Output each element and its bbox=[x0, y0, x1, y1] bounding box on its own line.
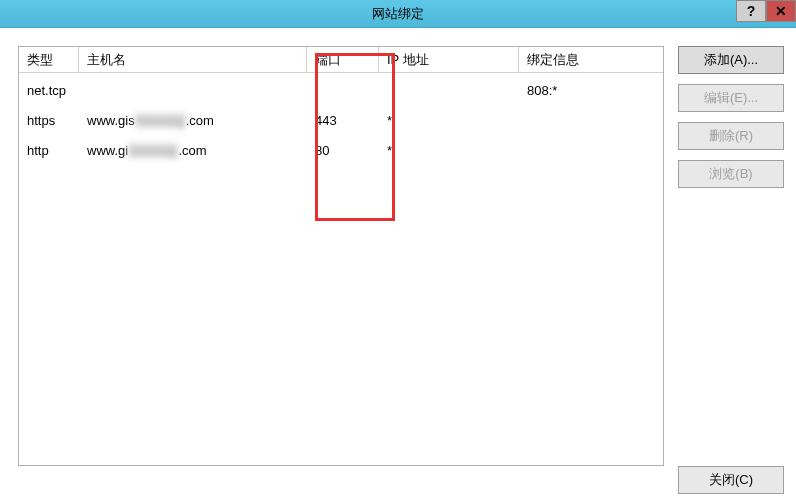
cell-host: www.gishxxxxxg.com bbox=[79, 109, 307, 132]
col-header-host[interactable]: 主机名 bbox=[79, 47, 307, 72]
bindings-table[interactable]: 类型 主机名 端口 IP 地址 绑定信息 net.tcp 808:* https… bbox=[18, 46, 664, 466]
cell-port bbox=[307, 86, 379, 94]
cell-bind bbox=[519, 146, 663, 154]
cell-ip: * bbox=[379, 109, 519, 132]
delete-button: 删除(R) bbox=[678, 122, 784, 150]
table-body: net.tcp 808:* https www.gishxxxxxg.com 4… bbox=[19, 73, 663, 165]
cell-bind bbox=[519, 116, 663, 124]
cell-ip bbox=[379, 86, 519, 94]
titlebar-buttons: ? ✕ bbox=[736, 0, 796, 27]
col-header-bind[interactable]: 绑定信息 bbox=[519, 47, 663, 72]
host-redacted: sxxxxxg bbox=[128, 143, 178, 158]
dialog-title: 网站绑定 bbox=[372, 5, 424, 23]
cell-bind: 808:* bbox=[519, 79, 663, 102]
host-prefix: www.gi bbox=[87, 143, 128, 158]
help-button[interactable]: ? bbox=[736, 0, 766, 22]
table-row[interactable]: http www.gisxxxxxg.com 80 * bbox=[19, 135, 663, 165]
cell-host: www.gisxxxxxg.com bbox=[79, 139, 307, 162]
table-header: 类型 主机名 端口 IP 地址 绑定信息 bbox=[19, 47, 663, 73]
close-window-button[interactable]: ✕ bbox=[766, 0, 796, 22]
host-prefix: www.gis bbox=[87, 113, 135, 128]
host-suffix: .com bbox=[178, 143, 206, 158]
button-panel: 添加(A)... 编辑(E)... 删除(R) 浏览(B) bbox=[678, 46, 784, 492]
cell-type: net.tcp bbox=[19, 79, 79, 102]
table-row[interactable]: net.tcp 808:* bbox=[19, 75, 663, 105]
titlebar: 网站绑定 ? ✕ bbox=[0, 0, 796, 28]
col-header-ip[interactable]: IP 地址 bbox=[379, 47, 519, 72]
close-button[interactable]: 关闭(C) bbox=[678, 466, 784, 494]
col-header-port[interactable]: 端口 bbox=[307, 47, 379, 72]
cell-type: http bbox=[19, 139, 79, 162]
col-header-type[interactable]: 类型 bbox=[19, 47, 79, 72]
cell-type: https bbox=[19, 109, 79, 132]
cell-port: 80 bbox=[307, 139, 379, 162]
close-button-wrap: 关闭(C) bbox=[678, 466, 784, 494]
edit-button: 编辑(E)... bbox=[678, 84, 784, 112]
table-row[interactable]: https www.gishxxxxxg.com 443 * bbox=[19, 105, 663, 135]
cell-ip: * bbox=[379, 139, 519, 162]
dialog-body: 类型 主机名 端口 IP 地址 绑定信息 net.tcp 808:* https… bbox=[0, 28, 796, 500]
browse-button: 浏览(B) bbox=[678, 160, 784, 188]
host-redacted: hxxxxxg bbox=[135, 113, 186, 128]
cell-port: 443 bbox=[307, 109, 379, 132]
add-button[interactable]: 添加(A)... bbox=[678, 46, 784, 74]
cell-host bbox=[79, 86, 307, 94]
host-suffix: .com bbox=[186, 113, 214, 128]
